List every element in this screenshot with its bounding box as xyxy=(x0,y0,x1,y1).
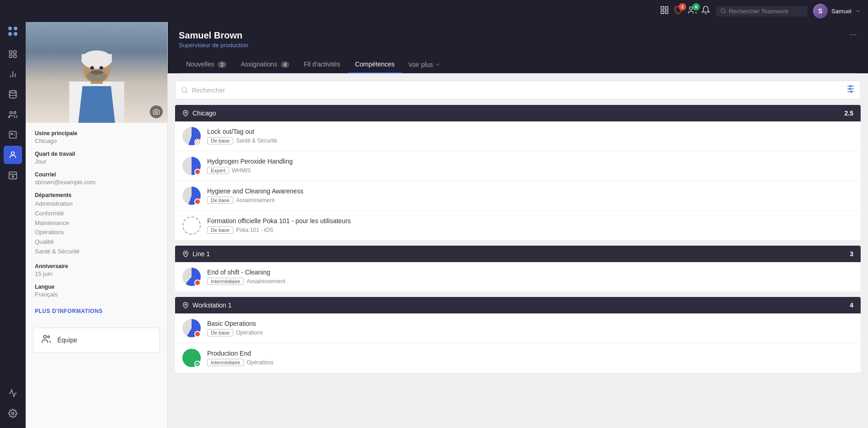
teams-icon xyxy=(8,130,17,139)
analytics-icon xyxy=(8,389,17,398)
modules-icon xyxy=(8,90,17,99)
section-line1-name: Line 1 xyxy=(192,250,210,258)
tab-assignations[interactable]: Assignations 4 xyxy=(234,56,297,73)
section-workstation1-count: 4 xyxy=(850,302,853,309)
anniversaire-value: 15 juin xyxy=(35,270,158,277)
flag-icon[interactable] xyxy=(660,5,669,17)
list-item: Hygiene and Cleaning Awareness De base A… xyxy=(175,181,861,211)
skill-tags: Expert WHMIS xyxy=(207,167,853,174)
skills-container-chicago: Lock out/Tag out De base Santé & Sécurit… xyxy=(175,121,861,240)
groups-icon xyxy=(8,110,17,119)
skill-name: End of shift - Cleaning xyxy=(207,269,853,276)
skill-level-tag: De base xyxy=(207,137,233,144)
shield-icon[interactable]: 2 xyxy=(674,5,683,17)
sidebar-item-groups[interactable] xyxy=(4,105,22,124)
skill-name: Basic Operations xyxy=(207,320,853,327)
tab-voir-plus[interactable]: Voir plus xyxy=(402,56,447,73)
sidebar-item-dashboard[interactable] xyxy=(4,45,22,63)
notifications-badge: 6 xyxy=(692,3,700,11)
svg-point-42 xyxy=(182,88,187,92)
team-section[interactable]: Équipe xyxy=(33,328,160,353)
team-people-icon xyxy=(41,334,52,345)
departements-list: Administration Conformité Maintenance Op… xyxy=(35,199,158,257)
content-area: Chicago 2.5 Lock out/Tag xyxy=(168,73,868,428)
sidebar-item-settings[interactable] xyxy=(4,404,22,423)
svg-point-10 xyxy=(14,32,17,36)
usine-value: Chicago xyxy=(35,137,158,144)
skill-status xyxy=(194,139,201,145)
svg-rect-28 xyxy=(78,86,115,123)
section-header-left: Workstation 1 xyxy=(182,302,231,309)
app-logo[interactable] xyxy=(4,22,22,40)
skill-avatar xyxy=(182,187,201,205)
sidebar-item-modules[interactable] xyxy=(4,85,22,104)
sidebar-item-training[interactable] xyxy=(4,166,22,184)
skill-tags: Intermédiaire Opérations xyxy=(207,359,853,366)
skill-level-tag: De base xyxy=(207,197,233,204)
svg-rect-12 xyxy=(14,51,16,54)
tab-fil-activites[interactable]: Fil d'activités xyxy=(297,56,348,73)
content-search-input[interactable] xyxy=(192,87,843,94)
skills-container-line1: End of shift - Cleaning Intermédiaire As… xyxy=(175,262,861,291)
svg-point-26 xyxy=(12,412,14,415)
skill-info: Lock out/Tag out De base Santé & Sécurit… xyxy=(207,128,853,144)
skill-name: Production End xyxy=(207,350,853,357)
content-search-bar[interactable] xyxy=(175,81,861,99)
svg-point-52 xyxy=(185,112,187,114)
svg-rect-14 xyxy=(14,55,16,58)
tab-competences-label: Compétences xyxy=(355,60,395,68)
quart-value: Jour xyxy=(35,158,158,165)
quart-label: Quart de travail xyxy=(35,151,158,157)
skill-info: Basic Operations De base Opérations xyxy=(207,320,853,336)
skill-tags: De base Assainissement xyxy=(207,197,853,204)
dashboard-icon xyxy=(8,49,17,59)
content-search-icon xyxy=(181,87,188,94)
anniversaire-group: Anniversaire 15 juin xyxy=(35,263,158,277)
global-search[interactable] xyxy=(716,6,808,16)
anniversaire-label: Anniversaire xyxy=(35,263,158,269)
skill-info: Formation officielle Poka 101 - pour les… xyxy=(207,217,853,234)
svg-point-37 xyxy=(90,66,94,70)
filter-button[interactable] xyxy=(846,85,855,95)
more-info-button[interactable]: PLUS D'INFORMATIONS xyxy=(35,308,103,314)
skill-info: Hygiene and Cleaning Awareness De base A… xyxy=(207,187,853,204)
user-menu[interactable]: S Samuel xyxy=(813,4,861,18)
sidebar-item-teams[interactable] xyxy=(4,126,22,144)
svg-rect-21 xyxy=(10,132,16,138)
section-workstation1: Workstation 1 4 Basic Operations xyxy=(175,297,861,373)
notifications-icon[interactable]: 6 xyxy=(687,5,697,17)
langue-group: Langue Français xyxy=(35,284,158,298)
tab-nouvelles[interactable]: Nouvelles 2 xyxy=(179,56,234,73)
skill-avatar xyxy=(182,319,201,337)
svg-rect-11 xyxy=(10,51,12,54)
tab-assignations-label: Assignations xyxy=(241,60,277,68)
sidebar-item-people[interactable] xyxy=(4,146,22,164)
skill-level-tag: De base xyxy=(207,329,233,336)
people-icon xyxy=(8,150,17,159)
camera-icon xyxy=(153,109,159,115)
list-item: Conformité xyxy=(35,209,158,219)
bell-icon[interactable] xyxy=(701,5,710,17)
skill-category: Santé & Sécurité xyxy=(236,137,277,144)
section-header-line1: Line 1 3 xyxy=(175,246,861,262)
sidebar-item-analytics[interactable] xyxy=(4,384,22,402)
list-item: Formation officielle Poka 101 - pour les… xyxy=(175,211,861,240)
skill-category: Assainissement xyxy=(236,197,275,203)
topbar-icons: 2 6 xyxy=(660,5,710,17)
list-item: End of shift - Cleaning Intermédiaire As… xyxy=(175,262,861,291)
location-icon xyxy=(182,251,189,257)
skill-name: Formation officielle Poka 101 - pour les… xyxy=(207,217,853,225)
svg-point-23 xyxy=(11,152,15,155)
svg-point-41 xyxy=(48,336,49,338)
more-options-button[interactable]: ⋯ xyxy=(850,30,857,39)
skills-container-workstation1: Basic Operations De base Opérations xyxy=(175,313,861,373)
skill-category: Opérations xyxy=(236,329,263,336)
skill-level-tag: De base xyxy=(207,226,233,234)
change-photo-button[interactable] xyxy=(150,105,163,118)
sidebar-item-reports[interactable] xyxy=(4,65,22,83)
global-search-input[interactable] xyxy=(729,8,802,15)
training-icon xyxy=(8,170,17,180)
tab-competences[interactable]: Compétences xyxy=(348,56,402,73)
team-label: Équipe xyxy=(57,336,77,344)
error-icon xyxy=(195,133,200,151)
